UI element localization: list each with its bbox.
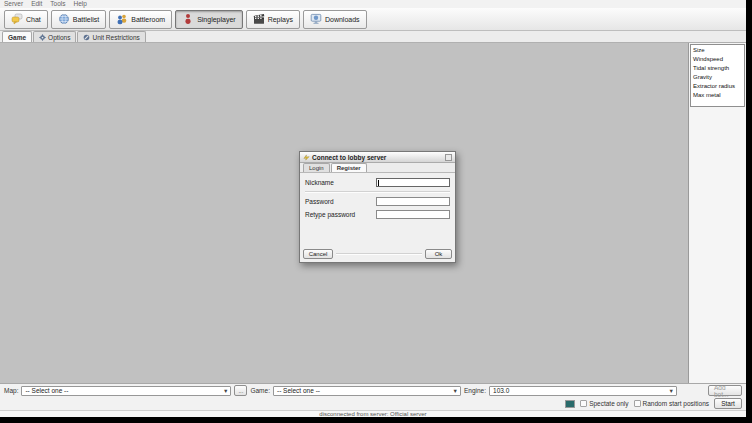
users-icon bbox=[116, 13, 128, 25]
dialog-buttons: Cancel Ok bbox=[300, 249, 455, 262]
text-caret bbox=[378, 180, 379, 186]
gear-icon bbox=[39, 34, 46, 41]
game-select[interactable]: -- Select one -- ▼ bbox=[273, 386, 461, 396]
password-row: Password bbox=[305, 195, 450, 208]
tab-unit-restrictions[interactable]: Unit Restrictions bbox=[77, 31, 145, 42]
chevron-down-icon: ▼ bbox=[453, 388, 460, 394]
connect-icon bbox=[303, 154, 310, 161]
retype-password-row: Retype password bbox=[305, 208, 450, 221]
engine-label: Engine: bbox=[464, 387, 486, 394]
tab-register[interactable]: Register bbox=[331, 163, 367, 172]
menu-help[interactable]: Help bbox=[74, 0, 87, 8]
spectate-only-label: Spectate only bbox=[589, 400, 628, 407]
spectate-only-checkbox[interactable] bbox=[580, 400, 587, 407]
game-label: Game: bbox=[250, 387, 270, 394]
map-option-extractor: Extractor radius bbox=[691, 82, 744, 91]
connection-status-text: disconnected from server: Official serve… bbox=[319, 411, 426, 417]
map-option-windspeed: Windspeed bbox=[691, 55, 744, 64]
spectate-only-option: Spectate only bbox=[580, 400, 628, 407]
divider bbox=[305, 191, 450, 193]
replays-button[interactable]: Replays bbox=[246, 10, 300, 29]
clapperboard-icon bbox=[253, 13, 265, 25]
tab-options-label: Options bbox=[48, 34, 70, 41]
game-select-value: -- Select one -- bbox=[277, 387, 320, 394]
dialog-tabbar: Login Register bbox=[300, 163, 455, 173]
nickname-input[interactable] bbox=[376, 178, 450, 187]
map-option-size: Size bbox=[691, 46, 744, 55]
chevron-down-icon: ▼ bbox=[223, 388, 230, 394]
nickname-row: Nickname bbox=[305, 176, 450, 189]
tab-unit-restrictions-label: Unit Restrictions bbox=[92, 34, 139, 41]
statusbar: disconnected from server: Official serve… bbox=[0, 410, 746, 417]
cancel-button[interactable]: Cancel bbox=[303, 249, 333, 259]
downloads-button[interactable]: Downloads bbox=[303, 10, 367, 29]
battlelist-button-label: Battlelist bbox=[73, 16, 99, 23]
tab-options[interactable]: Options bbox=[33, 31, 76, 42]
map-option-maxmetal: Max metal bbox=[691, 91, 744, 100]
nickname-label: Nickname bbox=[305, 179, 376, 186]
chat-icon bbox=[11, 13, 23, 25]
menu-edit[interactable]: Edit bbox=[31, 0, 42, 8]
battleroom-button[interactable]: Battleroom bbox=[109, 10, 172, 29]
engine-select[interactable]: 103.0 ▼ bbox=[489, 386, 677, 396]
retype-password-label: Retype password bbox=[305, 211, 376, 218]
ok-button[interactable]: Ok bbox=[425, 249, 452, 259]
map-select[interactable]: -- Select one -- ▼ bbox=[21, 386, 231, 396]
map-option-gravity: Gravity bbox=[691, 73, 744, 82]
start-options-bar: Spectate only Random start positions Sta… bbox=[0, 397, 746, 410]
start-button[interactable]: Start bbox=[714, 398, 742, 409]
battlelist-button[interactable]: Battlelist bbox=[51, 10, 106, 29]
map-select-value: -- Select one -- bbox=[25, 387, 68, 394]
battleroom-button-label: Battleroom bbox=[131, 16, 165, 23]
password-label: Password bbox=[305, 198, 376, 205]
chevron-down-icon: ▼ bbox=[669, 388, 676, 394]
battleroom-tabbar: Game Options Unit Restrictions bbox=[0, 31, 746, 43]
divider bbox=[336, 253, 422, 255]
menu-server[interactable]: Server bbox=[4, 0, 23, 8]
download-monitor-icon bbox=[310, 13, 322, 25]
map-label: Map: bbox=[4, 387, 18, 394]
map-option-tidal: Tidal strength bbox=[691, 64, 744, 73]
single-user-icon bbox=[182, 13, 194, 25]
map-browse-button[interactable]: ... bbox=[234, 385, 247, 396]
connect-dialog: Connect to lobby server Login Register N… bbox=[299, 151, 456, 263]
downloads-button-label: Downloads bbox=[325, 16, 360, 23]
replays-button-label: Replays bbox=[268, 16, 293, 23]
engine-select-value: 103.0 bbox=[493, 387, 509, 394]
chat-button-label: Chat bbox=[26, 16, 41, 23]
chat-button[interactable]: Chat bbox=[4, 10, 48, 29]
tab-game[interactable]: Game bbox=[2, 31, 32, 42]
menubar: Server Edit Tools Help bbox=[0, 0, 746, 8]
random-start-label: Random start positions bbox=[643, 400, 709, 407]
random-start-checkbox[interactable] bbox=[634, 400, 641, 407]
map-options-panel: Size Windspeed Tidal strength Gravity Ex… bbox=[689, 43, 746, 383]
singleplayer-button[interactable]: Singleplayer bbox=[175, 10, 243, 29]
retype-password-input[interactable] bbox=[376, 210, 450, 219]
tab-game-label: Game bbox=[8, 34, 26, 41]
singleplayer-button-label: Singleplayer bbox=[197, 16, 236, 23]
lobby-window: Server Edit Tools Help Chat Battlelist bbox=[0, 0, 746, 417]
toolbar: Chat Battlelist Battleroom Si bbox=[0, 8, 746, 31]
restriction-icon bbox=[83, 34, 90, 41]
dialog-titlebar[interactable]: Connect to lobby server bbox=[300, 152, 455, 163]
tab-login[interactable]: Login bbox=[303, 163, 330, 172]
password-input[interactable] bbox=[376, 197, 450, 206]
dialog-title: Connect to lobby server bbox=[312, 154, 443, 161]
team-color-swatch[interactable] bbox=[565, 400, 575, 408]
menu-tools[interactable]: Tools bbox=[50, 0, 65, 8]
random-start-option: Random start positions bbox=[634, 400, 709, 407]
close-icon[interactable] bbox=[445, 154, 452, 161]
map-options-list: Size Windspeed Tidal strength Gravity Ex… bbox=[690, 44, 745, 107]
add-bot-button[interactable]: Add bot... bbox=[708, 385, 742, 396]
dialog-body: Nickname Password Retype password bbox=[300, 173, 455, 249]
selectors-bar: Map: -- Select one -- ▼ ... Game: -- Sel… bbox=[0, 383, 746, 397]
globe-icon bbox=[58, 13, 70, 25]
